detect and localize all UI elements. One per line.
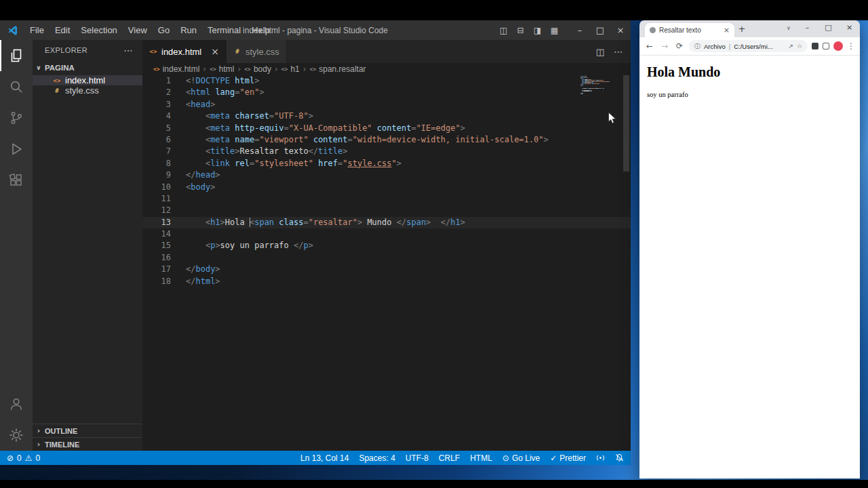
close-button[interactable]: × — [610, 20, 631, 40]
menu-edit[interactable]: Edit — [50, 20, 75, 40]
breadcrumb-h1[interactable]: <>h1 — [281, 64, 300, 74]
code-token: head — [195, 170, 215, 180]
code-line-6[interactable]: 6 <meta name="viewport" content="width=d… — [142, 134, 631, 146]
code-line-18[interactable]: 18</html> — [142, 276, 631, 287]
explorer-more-icon[interactable]: ⋯ — [124, 45, 133, 56]
code-line-10[interactable]: 10<body> — [142, 182, 631, 193]
close-icon[interactable]: × — [211, 46, 219, 57]
mouse-cursor — [608, 112, 616, 125]
check-icon: ✓ — [550, 453, 557, 463]
section-outline[interactable]: ›OUTLINE — [33, 424, 142, 437]
split-editor-icon[interactable]: ◫ — [596, 47, 604, 57]
line-number: 8 — [142, 158, 186, 169]
code-line-2[interactable]: 2<html lang="en"> — [142, 87, 631, 98]
bookmark-star-icon[interactable]: ☆ — [797, 43, 802, 49]
code-line-3[interactable]: 3<head> — [142, 99, 631, 110]
menu-selection[interactable]: Selection — [75, 20, 122, 40]
tab-style.css[interactable]: #style.css — [226, 40, 287, 63]
back-icon[interactable]: ← — [644, 41, 655, 51]
html-file-icon: <> — [149, 48, 157, 55]
browser-close-button[interactable]: × — [839, 20, 860, 35]
eol-sequence[interactable]: CRLF — [439, 453, 460, 463]
editor-more-icon[interactable]: ⋯ — [614, 47, 623, 57]
tab-close-icon[interactable]: × — [724, 26, 730, 35]
breadcrumb-html[interactable]: <>html — [210, 64, 234, 74]
file-index.html[interactable]: <>index.html — [33, 75, 142, 85]
layout-toggle-icon-3[interactable]: ◨ — [529, 26, 546, 35]
tab-index.html[interactable]: <>index.html× — [142, 40, 226, 63]
breadcrumb-body[interactable]: <>body — [244, 64, 271, 74]
folder-name: PAGINA — [45, 64, 75, 72]
breadcrumb-index.html[interactable]: <>index.html — [153, 64, 199, 74]
share-icon[interactable]: ↗ — [788, 43, 793, 49]
code-token: html — [191, 87, 210, 97]
code-line-5[interactable]: 5 <meta http-equiv="X-UA-Compatible" con… — [142, 123, 631, 134]
layout-toggle-icon-2[interactable]: ⊟ — [512, 26, 529, 35]
code-line-16[interactable]: 16 — [142, 252, 631, 264]
feedback-broadcast-icon[interactable] — [596, 453, 605, 462]
activity-run-debug-icon[interactable] — [0, 134, 33, 165]
browser-menu-icon[interactable]: ⋮ — [847, 41, 855, 51]
code-line-13[interactable]: 13 <h1>Hola <span class="resaltar"> Mund… — [142, 217, 631, 228]
activity-extensions-icon[interactable] — [0, 165, 33, 196]
code-line-14[interactable]: 14 — [142, 228, 631, 240]
code-line-4[interactable]: 4 <meta charset="UTF-8"> — [142, 110, 631, 122]
code-editor[interactable]: 1<!DOCTYPE html>2<html lang="en">3<head>… — [142, 75, 631, 451]
section-timeline[interactable]: ›TIMELINE — [33, 437, 142, 451]
minimap[interactable] — [580, 76, 614, 95]
cursor-position[interactable]: Ln 13, Col 14 — [300, 453, 349, 463]
browser-minimize-button[interactable]: – — [797, 20, 818, 35]
line-text: <html lang="en"> — [186, 87, 264, 98]
code-line-11[interactable]: 11 — [142, 193, 631, 205]
folder-pagina[interactable]: ∨ PAGINA — [33, 60, 142, 75]
code-line-7[interactable]: 7 <title>Resaltar texto</title> — [142, 146, 631, 157]
minimize-button[interactable]: – — [570, 20, 590, 40]
breadcrumb-span.resaltar[interactable]: <>span.resaltar — [310, 64, 366, 74]
menu-file[interactable]: File — [24, 20, 50, 40]
account-icon[interactable] — [0, 388, 33, 420]
section-label: TIMELINE — [45, 441, 79, 449]
notifications-bell-icon[interactable] — [615, 453, 624, 462]
browser-maximize-button[interactable]: □ — [818, 20, 839, 35]
code-token: style.css — [348, 159, 392, 168]
menu-run[interactable]: Run — [175, 20, 202, 40]
line-number: 6 — [142, 134, 186, 146]
side-panel-icon[interactable] — [823, 43, 829, 49]
profile-avatar[interactable] — [833, 41, 843, 51]
activity-source-control-icon[interactable] — [0, 102, 33, 134]
menu-view[interactable]: View — [123, 20, 153, 40]
reload-icon[interactable]: ⟳ — [674, 41, 685, 51]
code-line-17[interactable]: 17</body> — [142, 264, 631, 275]
address-bar[interactable]: ⓘ Archivo | C:/Users/mi... ↗ ☆ — [689, 40, 808, 52]
code-line-12[interactable]: 12 — [142, 205, 631, 216]
tab-search-caret-icon[interactable]: ∨ — [781, 25, 797, 31]
prettier-button[interactable]: ✓ Prettier — [550, 453, 586, 463]
menu-terminal[interactable]: Terminal — [202, 20, 246, 40]
code-line-9[interactable]: 9</head> — [142, 169, 631, 181]
page-info-icon[interactable]: ⓘ — [694, 42, 701, 51]
forward-icon[interactable]: → — [659, 41, 670, 51]
extensions-icon[interactable] — [812, 43, 818, 49]
indentation[interactable]: Spaces: 4 — [359, 453, 395, 463]
go-live-button[interactable]: ⊙ Go Live — [502, 453, 540, 463]
language-mode[interactable]: HTML — [470, 453, 492, 463]
file-style.css[interactable]: #style.css — [33, 85, 142, 96]
code-line-8[interactable]: 8 <link rel="stylesheet" href="style.css… — [142, 158, 631, 169]
layout-toggle-icon-1[interactable]: ◫ — [495, 26, 512, 35]
code-line-15[interactable]: 15 <p>soy un parrafo </p> — [142, 240, 631, 251]
editor-scrollbar[interactable] — [623, 75, 629, 171]
settings-gear-icon[interactable] — [0, 420, 33, 451]
browser-tab[interactable]: Resaltar texto × — [645, 23, 734, 37]
problems-indicator[interactable]: ⊘ 0 ⚠ 0 — [7, 453, 40, 463]
code-token: href — [318, 159, 338, 168]
activity-search-icon[interactable] — [0, 71, 33, 102]
layout-toggle-icon-4[interactable]: ▦ — [546, 26, 563, 35]
maximize-button[interactable]: □ — [590, 20, 610, 40]
code-line-1[interactable]: 1<!DOCTYPE html> — [142, 75, 631, 87]
encoding[interactable]: UTF-8 — [406, 453, 429, 463]
new-tab-button[interactable]: + — [734, 24, 749, 34]
activity-bar — [0, 40, 33, 451]
menu-go[interactable]: Go — [153, 20, 175, 40]
activity-explorer-icon[interactable] — [0, 40, 33, 71]
code-token: > — [215, 264, 220, 274]
